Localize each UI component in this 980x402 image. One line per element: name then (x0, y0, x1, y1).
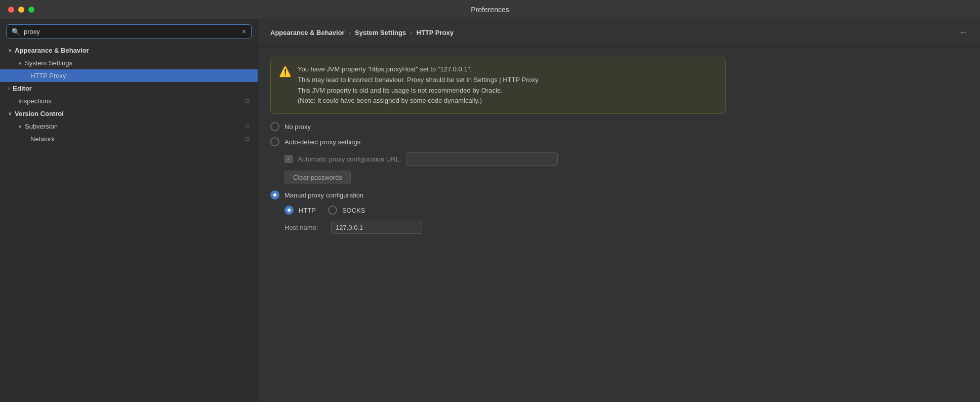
socks-label: SOCKS (342, 207, 365, 214)
sidebar-item-label: Network (30, 135, 55, 143)
manual-proxy-label: Manual proxy configuration (284, 191, 363, 199)
sidebar-item-label: Version Control (15, 110, 64, 117)
search-bar: 🔍 × (0, 19, 258, 44)
sidebar-item-editor[interactable]: › Editor (0, 82, 258, 95)
proxy-options-group: No proxy Auto-detect proxy settings Auto… (270, 122, 726, 234)
no-proxy-option[interactable]: No proxy (270, 122, 726, 131)
expand-icon: ⊡ (245, 98, 250, 104)
socks-option[interactable]: SOCKS (328, 206, 365, 215)
breadcrumb-part-1: Appearance & Behavior (270, 29, 345, 36)
back-button[interactable]: ← (959, 27, 968, 38)
auto-detect-radio[interactable] (270, 137, 279, 146)
no-proxy-label: No proxy (284, 123, 311, 131)
http-option[interactable]: HTTP (284, 206, 316, 215)
protocol-row: HTTP SOCKS (284, 206, 726, 215)
warning-icon: ⚠️ (279, 65, 292, 77)
no-proxy-radio[interactable] (270, 122, 279, 131)
clear-passwords-button[interactable]: Clear passwords (284, 171, 351, 184)
chevron-icon: › (8, 86, 10, 91)
host-name-label: Host name: (284, 224, 325, 231)
chevron-icon: ∨ (8, 111, 12, 116)
close-button[interactable] (8, 7, 14, 13)
expand-icon: ⊡ (245, 123, 250, 130)
title-bar: Preferences (0, 0, 980, 19)
auto-detect-sub-options: Automatic proxy configuration URL: Clear… (270, 152, 726, 184)
content-pane: Appearance & Behavior › System Settings … (258, 19, 980, 402)
sidebar-item-inspections[interactable]: Inspections ⊡ (0, 95, 258, 107)
manual-proxy-radio[interactable] (270, 190, 279, 199)
maximize-button[interactable] (28, 7, 34, 13)
minimize-button[interactable] (18, 7, 24, 13)
search-clear-button[interactable]: × (242, 27, 246, 35)
breadcrumb: Appearance & Behavior › System Settings … (258, 19, 980, 47)
chevron-icon: ∨ (8, 48, 12, 53)
window-title: Preferences (471, 6, 509, 14)
sidebar-item-label: Editor (13, 85, 32, 92)
sidebar-item-label: Inspections (18, 97, 52, 105)
search-icon: 🔍 (12, 28, 20, 35)
sidebar-item-version-control[interactable]: ∨ Version Control (0, 107, 258, 120)
manual-proxy-option[interactable]: Manual proxy configuration (270, 190, 726, 199)
search-input[interactable] (24, 28, 238, 35)
auto-detect-option[interactable]: Auto-detect proxy settings (270, 137, 726, 146)
main-layout: 🔍 × ∨ Appearance & Behavior ∨ System Set… (0, 19, 980, 402)
search-input-wrapper: 🔍 × (6, 24, 252, 38)
sidebar-item-network[interactable]: Network ⊡ (0, 133, 258, 145)
sidebar-item-label: HTTP Proxy (30, 72, 66, 79)
sidebar-item-subversion[interactable]: ∨ Subversion ⊡ (0, 120, 258, 133)
sidebar-item-label: Appearance & Behavior (15, 47, 89, 54)
warning-box: ⚠️ You have JVM property "https.proxyHos… (270, 57, 726, 114)
sidebar-item-http-proxy[interactable]: HTTP Proxy (0, 69, 258, 82)
sidebar-item-label: System Settings (25, 59, 72, 67)
proxy-url-checkbox[interactable] (284, 155, 293, 163)
breadcrumb-sep-1: › (349, 29, 351, 36)
http-label: HTTP (299, 207, 316, 214)
auto-detect-label: Auto-detect proxy settings (284, 138, 360, 146)
chevron-icon: ∨ (18, 124, 22, 129)
proxy-url-row: Automatic proxy configuration URL: (284, 152, 726, 166)
breadcrumb-part-3: HTTP Proxy (417, 29, 454, 36)
sidebar-item-label: Subversion (25, 123, 58, 130)
proxy-url-input[interactable] (406, 152, 558, 166)
sidebar: 🔍 × ∨ Appearance & Behavior ∨ System Set… (0, 19, 258, 402)
manual-sub-options: HTTP SOCKS Host name: (270, 206, 726, 234)
expand-icon: ⊡ (245, 136, 250, 142)
warning-text: You have JVM property "https.proxyHost" … (298, 64, 539, 106)
host-name-input[interactable] (331, 221, 422, 234)
sidebar-item-system-settings[interactable]: ∨ System Settings (0, 57, 258, 69)
breadcrumb-sep-2: › (410, 29, 412, 36)
sidebar-item-appearance-behavior[interactable]: ∨ Appearance & Behavior (0, 44, 258, 57)
http-radio[interactable] (284, 206, 294, 215)
content-body: ⚠️ You have JVM property "https.proxyHos… (258, 47, 980, 244)
proxy-url-label: Automatic proxy configuration URL: (298, 155, 401, 163)
host-row: Host name: (284, 221, 726, 234)
chevron-icon: ∨ (18, 60, 22, 66)
traffic-lights (8, 7, 34, 13)
breadcrumb-part-2: System Settings (355, 29, 406, 36)
socks-radio[interactable] (328, 206, 337, 215)
